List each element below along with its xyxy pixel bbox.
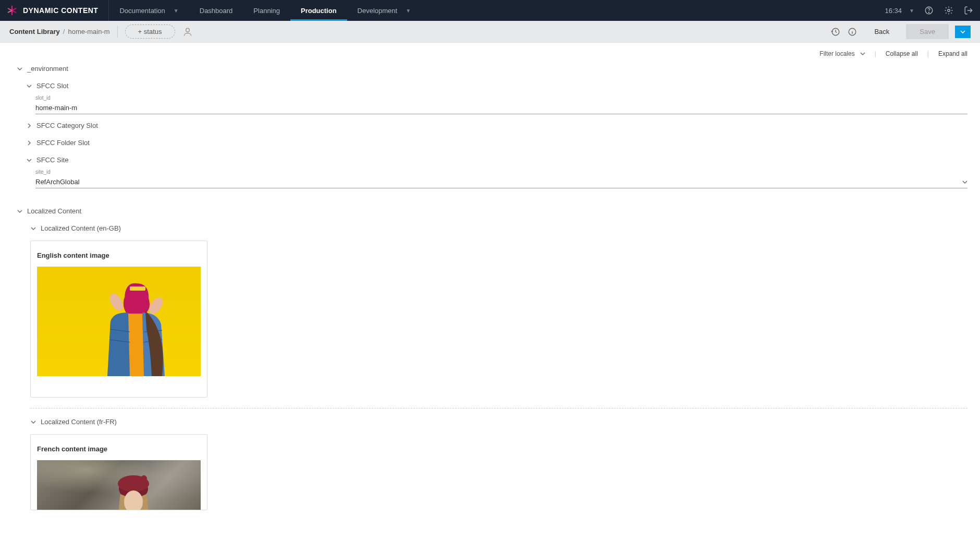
save-dropdown-button[interactable] — [955, 26, 971, 38]
breadcrumb: Content Library / home-main-m — [9, 28, 110, 35]
sfcc-site-label: SFCC Site — [36, 156, 68, 164]
breadcrumb-root[interactable]: Content Library — [9, 28, 60, 35]
sfcc-slot-toggle[interactable]: SFCC Slot — [26, 79, 967, 93]
divider: | — [875, 50, 876, 57]
content-card-fr-fr[interactable]: French content image — [30, 434, 207, 510]
svg-point-7 — [107, 291, 125, 313]
environment-section-label: _environment — [27, 65, 68, 73]
breadcrumb-separator: / — [63, 28, 65, 35]
chevron-down-icon — [30, 225, 36, 232]
chevron-right-icon — [26, 140, 32, 146]
chevron-down-icon — [17, 66, 23, 72]
logout-icon[interactable] — [963, 5, 974, 16]
nav-production[interactable]: Production — [290, 0, 347, 21]
chevron-down-icon — [26, 157, 32, 163]
localized-fr-fr-toggle[interactable]: Localized Content (fr-FR) — [30, 415, 967, 429]
back-button[interactable]: Back — [864, 25, 900, 39]
card-image-en-gb — [37, 267, 201, 376]
nav-production-label: Production — [301, 7, 337, 15]
divider — [117, 26, 118, 38]
nav-development-label: Development — [358, 7, 398, 15]
localized-en-gb-label: Localized Content (en-GB) — [41, 224, 121, 232]
nav-planning-label: Planning — [253, 7, 280, 15]
chevron-down-icon: ▼ — [174, 8, 179, 14]
nav-dashboard-label: Dashboard — [200, 7, 233, 15]
filter-locales-label: Filter locales — [819, 50, 854, 57]
nav-development[interactable]: Development ▼ — [347, 0, 422, 21]
expand-all-button[interactable]: Expand all — [938, 50, 967, 57]
localized-content-toggle[interactable]: Localized Content — [17, 204, 967, 218]
nav-planning[interactable]: Planning — [243, 0, 290, 21]
save-button[interactable]: Save — [906, 24, 949, 39]
chevron-down-icon: ▼ — [909, 8, 914, 14]
card-title-en-gb: English content image — [37, 251, 201, 259]
site-id-label: site_id — [35, 169, 967, 175]
sfcc-folder-slot-toggle[interactable]: SFCC Folder Slot — [26, 136, 967, 150]
collapse-all-button[interactable]: Collapse all — [886, 50, 918, 57]
clock[interactable]: 16:34 ▼ — [885, 7, 914, 15]
site-id-select[interactable]: RefArchGlobal — [35, 176, 967, 188]
chevron-right-icon — [26, 123, 32, 129]
svg-point-11 — [141, 475, 147, 482]
localized-content-label: Localized Content — [27, 207, 81, 215]
breadcrumb-item: home-main-m — [68, 28, 109, 35]
chevron-down-icon — [962, 179, 967, 185]
help-icon[interactable] — [924, 5, 934, 16]
card-image-fr-fr — [37, 460, 201, 510]
sfcc-site-toggle[interactable]: SFCC Site — [26, 153, 967, 167]
chevron-down-icon — [30, 419, 36, 425]
locale-divider — [30, 408, 967, 409]
info-icon[interactable] — [847, 27, 858, 37]
nav-documentation-label: Documentation — [119, 7, 165, 15]
filter-locales-dropdown[interactable]: Filter locales — [819, 50, 865, 57]
content-card-en-gb[interactable]: English content image — [30, 241, 207, 398]
sfcc-category-slot-label: SFCC Category Slot — [36, 122, 98, 129]
chevron-down-icon — [17, 208, 23, 214]
sfcc-folder-slot-label: SFCC Folder Slot — [36, 139, 90, 147]
slot-id-label: slot_id — [35, 95, 967, 101]
divider: | — [927, 50, 929, 57]
chevron-down-icon: ▼ — [406, 8, 411, 14]
history-icon[interactable] — [830, 27, 841, 37]
environment-section-toggle[interactable]: _environment — [17, 62, 967, 76]
logo-icon — [6, 5, 18, 16]
localized-fr-fr-label: Localized Content (fr-FR) — [41, 418, 117, 426]
svg-point-3 — [186, 28, 189, 32]
svg-rect-6 — [130, 286, 145, 291]
app-name: DYNAMIC CONTENT — [23, 6, 98, 15]
chevron-down-icon — [26, 83, 32, 89]
nav-dashboard[interactable]: Dashboard — [189, 0, 243, 21]
site-id-value: RefArchGlobal — [35, 178, 80, 186]
sfcc-slot-label: SFCC Slot — [36, 82, 68, 90]
clock-label: 16:34 — [885, 7, 902, 15]
add-status-button[interactable]: + status — [125, 25, 175, 39]
svg-point-1 — [928, 12, 929, 13]
sfcc-category-slot-toggle[interactable]: SFCC Category Slot — [26, 118, 967, 133]
app-logo[interactable]: DYNAMIC CONTENT — [6, 0, 109, 21]
assignee-icon[interactable] — [182, 27, 193, 37]
chevron-down-icon — [860, 51, 865, 56]
settings-icon[interactable] — [944, 5, 954, 16]
svg-point-2 — [948, 9, 950, 12]
slot-id-input[interactable] — [35, 102, 967, 114]
card-title-fr-fr: French content image — [37, 445, 201, 453]
localized-en-gb-toggle[interactable]: Localized Content (en-GB) — [30, 221, 967, 235]
nav-documentation[interactable]: Documentation ▼ — [109, 0, 189, 21]
